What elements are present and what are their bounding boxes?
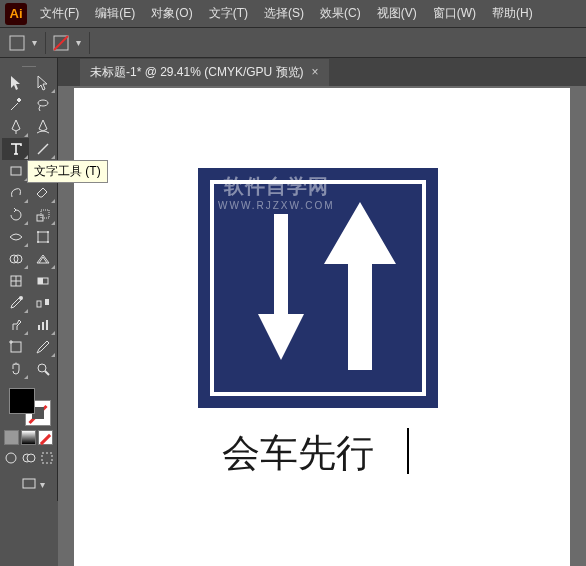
- rectangle-icon: [8, 34, 26, 52]
- svg-rect-35: [23, 479, 35, 488]
- artboard[interactable]: 软件自学网 WWW.RJZXW.COM 会车先行: [74, 88, 570, 566]
- type-tool[interactable]: [2, 138, 29, 160]
- rectangle-tool[interactable]: [2, 160, 29, 182]
- lasso-tool[interactable]: [29, 94, 56, 116]
- panel-grip[interactable]: [2, 62, 55, 70]
- svg-rect-5: [11, 167, 21, 175]
- svg-point-3: [38, 100, 48, 106]
- svg-point-31: [6, 453, 16, 463]
- app-logo-text: Ai: [5, 3, 27, 25]
- svg-rect-0: [10, 36, 24, 50]
- svg-point-10: [47, 231, 49, 233]
- direct-selection-tool[interactable]: [29, 72, 56, 94]
- svg-point-33: [27, 454, 35, 462]
- zoom-tool[interactable]: [29, 358, 56, 380]
- arrow-up-icon: [320, 202, 400, 372]
- draw-inside-icon[interactable]: [39, 449, 55, 467]
- draw-behind-icon[interactable]: [21, 449, 37, 467]
- svg-point-29: [38, 364, 46, 372]
- svg-point-9: [37, 231, 39, 233]
- none-mode-swatch[interactable]: [38, 430, 53, 445]
- color-mode-swatch[interactable]: [4, 430, 19, 445]
- menu-file[interactable]: 文件(F): [32, 1, 87, 26]
- shaper-tool[interactable]: [2, 182, 29, 204]
- menu-type[interactable]: 文字(T): [201, 1, 256, 26]
- svg-rect-24: [42, 322, 44, 330]
- perspective-grid-tool[interactable]: [29, 248, 56, 270]
- hand-tool[interactable]: [2, 358, 29, 380]
- gradient-tool[interactable]: [29, 270, 56, 292]
- canvas-area[interactable]: 软件自学网 WWW.RJZXW.COM 会车先行: [58, 86, 586, 566]
- width-tool[interactable]: [2, 226, 29, 248]
- chevron-down-icon: ▾: [76, 37, 81, 48]
- svg-rect-8: [38, 232, 48, 242]
- sign-graphic[interactable]: [198, 168, 438, 408]
- svg-rect-25: [46, 320, 48, 330]
- menu-edit[interactable]: 编辑(E): [87, 1, 143, 26]
- control-bar: ▾ ▾: [0, 28, 586, 58]
- menu-effect[interactable]: 效果(C): [312, 1, 369, 26]
- svg-rect-7: [41, 210, 49, 218]
- app-logo: Ai: [0, 3, 32, 25]
- mesh-tool[interactable]: [2, 270, 29, 292]
- free-transform-tool[interactable]: [29, 226, 56, 248]
- menu-object[interactable]: 对象(O): [143, 1, 200, 26]
- menu-view[interactable]: 视图(V): [369, 1, 425, 26]
- svg-rect-22: [45, 299, 49, 305]
- slice-tool[interactable]: [29, 336, 56, 358]
- svg-line-30: [45, 371, 49, 375]
- shape-builder-tool[interactable]: [2, 248, 29, 270]
- swatch-icon: [52, 34, 70, 52]
- screen-mode-button[interactable]: ▾: [17, 473, 41, 495]
- svg-point-12: [47, 241, 49, 243]
- menu-bar: 文件(F) 编辑(E) 对象(O) 文字(T) 选择(S) 效果(C) 视图(V…: [32, 1, 541, 26]
- fill-stroke-control[interactable]: [7, 388, 51, 426]
- svg-rect-23: [38, 325, 40, 330]
- curvature-tool[interactable]: [29, 116, 56, 138]
- line-segment-tool[interactable]: [29, 138, 56, 160]
- eyedropper-tool[interactable]: [2, 292, 29, 314]
- document-tab-bar: 未标题-1* @ 29.41% (CMYK/GPU 预览) ×: [0, 58, 586, 86]
- document-tab-title: 未标题-1* @ 29.41% (CMYK/GPU 预览): [90, 64, 304, 81]
- magic-wand-tool[interactable]: [2, 94, 29, 116]
- chevron-down-icon: ▾: [32, 37, 37, 48]
- svg-rect-26: [11, 342, 21, 352]
- svg-line-2: [54, 36, 68, 50]
- svg-point-20: [19, 296, 23, 300]
- rotate-tool[interactable]: [2, 204, 29, 226]
- menu-select[interactable]: 选择(S): [256, 1, 312, 26]
- gradient-mode-swatch[interactable]: [21, 430, 36, 445]
- arrow-down-icon: [254, 214, 308, 364]
- control-color-group[interactable]: ▾: [52, 32, 90, 54]
- close-icon[interactable]: ×: [312, 65, 319, 79]
- menu-help[interactable]: 帮助(H): [484, 1, 541, 26]
- scale-tool[interactable]: [29, 204, 56, 226]
- eraser-tool[interactable]: [29, 182, 56, 204]
- artboard-tool[interactable]: [2, 336, 29, 358]
- tool-tooltip: 文字工具 (T): [27, 160, 108, 183]
- tools-panel: ▾: [0, 58, 58, 501]
- column-graph-tool[interactable]: [29, 314, 56, 336]
- svg-rect-34: [42, 453, 52, 463]
- draw-normal-icon[interactable]: [3, 449, 19, 467]
- control-stroke-group[interactable]: ▾: [8, 32, 46, 54]
- pen-tool[interactable]: [2, 116, 29, 138]
- svg-line-4: [38, 144, 48, 154]
- svg-rect-19: [38, 278, 43, 284]
- menu-window[interactable]: 窗口(W): [425, 1, 484, 26]
- text-cursor: [407, 428, 409, 474]
- title-bar: Ai 文件(F) 编辑(E) 对象(O) 文字(T) 选择(S) 效果(C) 视…: [0, 0, 586, 28]
- artboard-text[interactable]: 会车先行: [222, 428, 374, 479]
- selection-tool[interactable]: [2, 72, 29, 94]
- fill-swatch[interactable]: [9, 388, 35, 414]
- symbol-sprayer-tool[interactable]: [2, 314, 29, 336]
- blend-tool[interactable]: [29, 292, 56, 314]
- document-tab[interactable]: 未标题-1* @ 29.41% (CMYK/GPU 预览) ×: [80, 59, 329, 86]
- color-panel: ▾: [2, 386, 55, 497]
- svg-point-11: [37, 241, 39, 243]
- svg-rect-21: [37, 301, 41, 307]
